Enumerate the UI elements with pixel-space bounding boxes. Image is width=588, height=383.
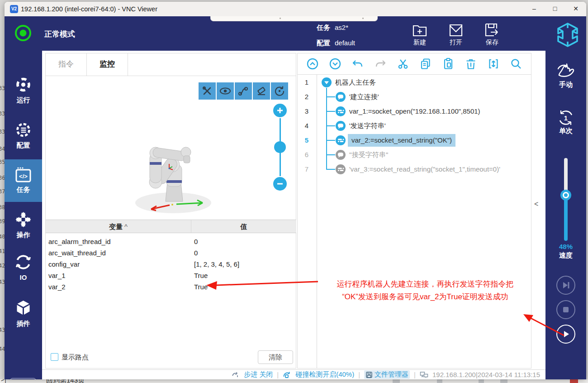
config-value[interactable]: default bbox=[335, 39, 355, 47]
sidebar-item-task[interactable]: </> 任务 bbox=[5, 166, 42, 194]
notch-dot bbox=[362, 18, 364, 19]
close-button[interactable]: ✕ bbox=[565, 2, 586, 16]
task-value[interactable]: as2* bbox=[335, 24, 348, 31]
open-task-button[interactable]: 打开 bbox=[440, 23, 472, 47]
play-button[interactable] bbox=[556, 325, 575, 344]
col-variable-label: 变量 bbox=[109, 223, 123, 230]
step-icon bbox=[232, 371, 240, 378]
save-task-button[interactable]: 保存 bbox=[476, 23, 508, 47]
tree-connector bbox=[326, 125, 335, 126]
zoom-out-button[interactable] bbox=[273, 177, 287, 191]
var-value: 0 bbox=[194, 247, 198, 259]
tab-monitor[interactable]: 监控 bbox=[87, 53, 128, 76]
column-header-value[interactable]: 值 bbox=[191, 220, 296, 233]
line-number: 6 bbox=[297, 148, 316, 162]
viewport-tools-button[interactable] bbox=[199, 82, 216, 100]
minimize-button[interactable]: – bbox=[524, 2, 545, 16]
undo-button[interactable] bbox=[350, 56, 365, 72]
speed-slider-track-lower[interactable] bbox=[564, 199, 568, 241]
step-over-button[interactable] bbox=[556, 276, 575, 295]
show-waypoints-label: 显示路点 bbox=[62, 353, 89, 362]
viewport-rotate-reset-button[interactable] bbox=[271, 82, 288, 100]
program-line-disabled[interactable]: ''接受字符串'' bbox=[349, 150, 388, 160]
comment-icon[interactable] bbox=[335, 91, 346, 102]
program-line[interactable]: 机器人主任务 bbox=[335, 77, 376, 87]
search-button[interactable] bbox=[508, 56, 524, 72]
single-run-label[interactable]: 单次 bbox=[545, 127, 586, 135]
sidebar-item-jog[interactable]: 操作 bbox=[5, 211, 42, 239]
stop-button[interactable] bbox=[556, 300, 575, 319]
robot-3d-view[interactable] bbox=[126, 137, 223, 215]
comment-icon[interactable] bbox=[335, 120, 346, 131]
var-value: True bbox=[194, 270, 208, 281]
zoom-slider-handle[interactable] bbox=[274, 141, 286, 153]
move-up-button[interactable] bbox=[305, 56, 320, 72]
sidebar-item-run[interactable]: 运行 bbox=[5, 76, 42, 105]
redo-button[interactable] bbox=[373, 56, 388, 72]
move-down-button[interactable] bbox=[327, 56, 343, 72]
sidebar-item-label: 任务 bbox=[5, 186, 42, 194]
clear-button[interactable]: 清除 bbox=[258, 350, 293, 364]
sidebar-item-label: 运行 bbox=[5, 96, 42, 105]
column-header-variable[interactable]: 变量 ^ bbox=[46, 220, 191, 233]
var-name: var_2 bbox=[48, 281, 66, 292]
sidebar-item-config[interactable]: 配置 bbox=[5, 121, 42, 150]
titlebar[interactable]: V2 192.168.1.200 (intel-corei7-64:0) - V… bbox=[5, 2, 586, 16]
program-line[interactable]: var_1:=socket_open("192.168.1.100",8501) bbox=[349, 106, 480, 116]
cut-button[interactable] bbox=[395, 56, 411, 72]
bg-toolbar-stub bbox=[479, 379, 484, 383]
new-task-button[interactable]: 新建 bbox=[404, 23, 436, 47]
zoom-in-button[interactable] bbox=[273, 104, 287, 117]
address-time: 192.168.1.200|2024-03-14 11:13:15 bbox=[432, 371, 540, 378]
manual-mode-label[interactable]: 手动 bbox=[545, 81, 586, 89]
var-value: 0 bbox=[194, 236, 198, 247]
save-task-icon bbox=[476, 23, 508, 37]
brand-logo bbox=[555, 22, 581, 48]
file-manager-button[interactable]: 文件管理器 bbox=[364, 370, 410, 379]
line-number: 5 bbox=[297, 133, 316, 148]
collapse-panel-button[interactable]: < bbox=[534, 200, 538, 208]
single-run-icon[interactable]: 1 bbox=[557, 109, 575, 127]
show-waypoints-checkbox[interactable] bbox=[51, 353, 58, 361]
bg-toolbar-stub bbox=[437, 379, 442, 383]
replace-button[interactable] bbox=[486, 56, 501, 72]
viewport-visibility-button[interactable] bbox=[217, 82, 234, 100]
speed-slider-handle[interactable] bbox=[560, 190, 571, 201]
assign-icon[interactable] bbox=[335, 135, 346, 146]
version-badge: 4B2C bbox=[10, 378, 36, 379]
tree-connector bbox=[326, 154, 335, 155]
network-icon bbox=[420, 371, 428, 378]
sidebar-item-io[interactable]: IO bbox=[5, 254, 42, 281]
viewport-trajectory-button[interactable] bbox=[235, 82, 252, 100]
maximize-button[interactable]: □ bbox=[545, 2, 565, 16]
assign-icon[interactable] bbox=[335, 106, 346, 117]
manual-mode-icon[interactable] bbox=[555, 63, 576, 80]
replace-icon bbox=[487, 57, 500, 71]
io-icon bbox=[5, 254, 42, 271]
eraser-icon bbox=[256, 85, 267, 97]
comment-icon-disabled[interactable] bbox=[335, 149, 346, 160]
collision-status[interactable]: 碰撞检测开启(40%) bbox=[295, 370, 354, 379]
program-line[interactable]: '发送字符串' bbox=[349, 121, 386, 131]
sidebar-item-label: 操作 bbox=[5, 231, 42, 239]
delete-button[interactable] bbox=[463, 56, 479, 72]
background-bottom-strip: >| 回到第143页 bbox=[0, 379, 588, 383]
assign-icon-disabled[interactable] bbox=[335, 164, 346, 175]
line-number: 3 bbox=[297, 104, 316, 119]
vnc-toolbar-notch[interactable] bbox=[210, 16, 378, 21]
viewport-eraser-button[interactable] bbox=[253, 82, 270, 100]
notch-dot bbox=[280, 18, 281, 19]
copy-button[interactable] bbox=[418, 56, 433, 72]
program-line[interactable]: '建立连接' bbox=[349, 92, 379, 102]
tabs-divider bbox=[46, 76, 296, 76]
program-toolbar bbox=[297, 53, 531, 75]
program-line-selected[interactable]: var_2:=socket_send_string("OK") bbox=[348, 134, 455, 147]
task-root-icon[interactable] bbox=[321, 77, 332, 88]
program-line-disabled[interactable]: 'var_3:=socket_read_string("socket_1",ti… bbox=[349, 164, 500, 174]
cut-icon bbox=[396, 57, 410, 71]
paste-button[interactable] bbox=[441, 56, 456, 72]
program-panel bbox=[297, 53, 531, 369]
tab-instruction[interactable]: 指令 bbox=[46, 53, 86, 76]
sidebar-item-plugin[interactable]: 插件 bbox=[5, 299, 42, 328]
step-status[interactable]: 步进 关闭 bbox=[244, 370, 273, 379]
